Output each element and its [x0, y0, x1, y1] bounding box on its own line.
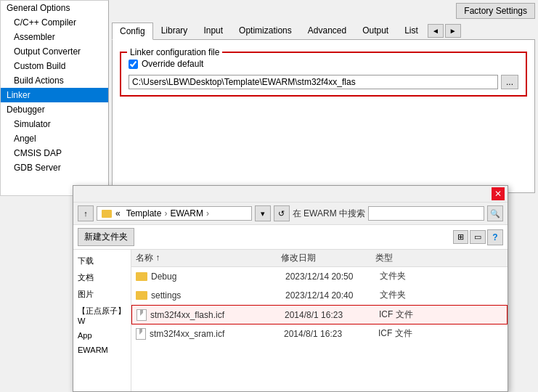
- dialog-toolbar: ↑ « Template › EWARM › ▾ ↺ 在 EWARM 中搜索 🔍: [73, 203, 508, 225]
- file-date: 2023/12/14 20:40: [285, 290, 380, 301]
- file-row-debug[interactable]: Debug2023/12/14 20:50文件夹: [131, 267, 508, 286]
- tab-prev-button[interactable]: ◄: [428, 24, 444, 38]
- tab-bar: ConfigLibraryInputOptimizationsAdvancedO…: [112, 22, 535, 40]
- file-name: stm32f4xx_sram.icf: [150, 329, 284, 339]
- sidebar-item-assembler[interactable]: Assembler: [1, 30, 108, 44]
- file-icon: [136, 309, 147, 321]
- override-label: Override default: [142, 59, 203, 69]
- path-input[interactable]: [129, 75, 498, 89]
- sidebar-item-gdb-server[interactable]: GDB Server: [1, 160, 108, 175]
- breadcrumb-part-ewarm: EWARM: [170, 208, 203, 219]
- sidebar-item-general-options[interactable]: General Options: [1, 1, 108, 15]
- tab-config[interactable]: Config: [112, 23, 153, 40]
- file-dialog: ✕ ↑ « Template › EWARM › ▾ ↺ 在 EWARM 中搜索…: [73, 185, 508, 392]
- file-type: 文件夹: [380, 270, 438, 282]
- file-rows: Debug2023/12/14 20:50文件夹settings2023/12/…: [131, 267, 508, 391]
- override-checkbox[interactable]: [129, 60, 138, 69]
- dialog-toolbar2: 新建文件夹 ⊞ ▭ ?: [73, 225, 508, 250]
- view-list-button[interactable]: ▭: [470, 230, 486, 244]
- left-item-app[interactable]: App: [76, 328, 128, 343]
- left-item-[interactable]: 文档: [76, 269, 128, 286]
- file-date: 2014/8/1 16:23: [285, 310, 379, 320]
- sidebar-item-debugger[interactable]: Debugger: [1, 102, 108, 117]
- breadcrumb-part-template: Template: [126, 208, 162, 219]
- refresh-button[interactable]: ↺: [274, 205, 290, 221]
- tab-library[interactable]: Library: [153, 22, 196, 39]
- folder-icon: [136, 272, 147, 281]
- file-date: 2023/12/14 20:50: [285, 271, 380, 282]
- col-header-date[interactable]: 修改日期: [281, 252, 375, 264]
- left-item-ewarm[interactable]: EWARM: [76, 343, 128, 357]
- file-row-stm32f4xx-flash-icf[interactable]: stm32f4xx_flash.icf2014/8/1 16:23ICF 文件: [131, 305, 508, 324]
- sidebar-item-simulator[interactable]: Simulator: [1, 117, 108, 131]
- file-date: 2014/8/1 16:23: [284, 329, 378, 339]
- sidebar-item-output-converter[interactable]: Output Converter: [1, 44, 108, 59]
- sidebar-item-custom-build[interactable]: Custom Build: [1, 59, 108, 73]
- sidebar-item-build-actions[interactable]: Build Actions: [1, 73, 108, 88]
- factory-settings-button[interactable]: Factory Settings: [456, 3, 535, 19]
- col-header-type[interactable]: 类型: [375, 252, 433, 264]
- dialog-titlebar: ✕: [73, 186, 508, 203]
- dropdown-button[interactable]: ▾: [255, 205, 271, 221]
- new-folder-button[interactable]: 新建文件夹: [78, 228, 134, 246]
- tab-advanced[interactable]: Advanced: [300, 22, 354, 39]
- help-button[interactable]: ?: [487, 229, 503, 245]
- sidebar-item-linker[interactable]: Linker: [1, 88, 108, 102]
- search-input[interactable]: [368, 206, 484, 221]
- file-row-settings[interactable]: settings2023/12/14 20:40文件夹: [131, 286, 508, 305]
- file-list-header: 名称 ↑ 修改日期 类型: [131, 250, 508, 267]
- left-panel: 下载文档图片【正点原子】WAppEWARM: [73, 250, 131, 391]
- file-icon: [136, 328, 146, 340]
- settings-sidebar: General OptionsC/C++ CompilerAssemblerOu…: [0, 0, 109, 196]
- browse-button[interactable]: ...: [501, 75, 518, 89]
- file-list-area: 名称 ↑ 修改日期 类型 Debug2023/12/14 20:50文件夹set…: [131, 250, 508, 391]
- view-buttons: ⊞ ▭ ?: [453, 229, 503, 245]
- folder-icon: [102, 210, 112, 218]
- file-name: settings: [151, 290, 285, 301]
- folder-icon: [136, 291, 147, 300]
- view-grid-button[interactable]: ⊞: [453, 230, 468, 244]
- sidebar-item-cmsis-dap[interactable]: CMSIS DAP: [1, 146, 108, 160]
- file-type: ICF 文件: [378, 327, 436, 340]
- tab-next-button[interactable]: ►: [445, 24, 461, 38]
- dialog-close-button[interactable]: ✕: [492, 187, 505, 200]
- group-title: Linker configuration file: [127, 47, 222, 57]
- file-type: ICF 文件: [379, 309, 437, 321]
- tab-content: Linker configuration file Override defau…: [112, 40, 535, 193]
- left-item-[interactable]: 下载: [76, 253, 128, 269]
- breadcrumb: « Template › EWARM ›: [97, 206, 252, 221]
- settings-main: Factory Settings ConfigLibraryInputOptim…: [109, 0, 538, 196]
- sidebar-item-cc-compiler[interactable]: C/C++ Compiler: [1, 15, 108, 30]
- tab-input[interactable]: Input: [195, 22, 231, 39]
- search-button[interactable]: 🔍: [487, 205, 503, 221]
- tab-output[interactable]: Output: [354, 22, 396, 39]
- file-name: stm32f4xx_flash.icf: [150, 310, 285, 320]
- breadcrumb-part-0: «: [115, 208, 121, 219]
- settings-panel: General OptionsC/C++ CompilerAssemblerOu…: [0, 0, 538, 196]
- search-label: 在 EWARM 中搜索: [293, 208, 365, 220]
- sidebar-item-angel[interactable]: Angel: [1, 131, 108, 146]
- linker-config-group: Linker configuration file Override defau…: [120, 52, 527, 97]
- tab-list[interactable]: List: [396, 22, 426, 39]
- left-item-[interactable]: 图片: [76, 286, 128, 303]
- file-type: 文件夹: [380, 289, 438, 301]
- left-item-w[interactable]: 【正点原子】W: [76, 303, 128, 328]
- dialog-body: 下载文档图片【正点原子】WAppEWARM 名称 ↑ 修改日期 类型 Debug…: [73, 250, 508, 391]
- file-name: Debug: [151, 271, 285, 282]
- nav-up-button[interactable]: ↑: [78, 205, 94, 221]
- file-row-stm32f4xx-sram-icf[interactable]: stm32f4xx_sram.icf2014/8/1 16:23ICF 文件: [131, 324, 508, 343]
- col-header-name[interactable]: 名称 ↑: [136, 252, 281, 264]
- tab-optimizations[interactable]: Optimizations: [231, 22, 300, 39]
